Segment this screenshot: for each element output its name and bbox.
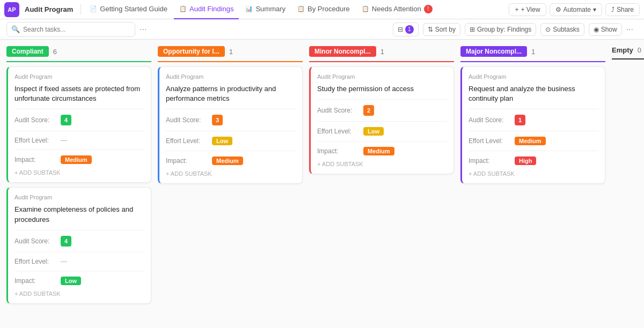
add-subtask-button[interactable]: + ADD SUBTASK <box>14 289 144 297</box>
audit-score-field: Audit Score:4 <box>14 236 144 247</box>
column-tag-major-noncompliance: Major Noncompl... <box>460 46 527 57</box>
column-label-empty: Empty <box>612 46 633 54</box>
impact-badge: Low <box>61 277 81 285</box>
tab-icon-summary: 📊 <box>245 5 253 12</box>
top-nav: AP Audit Program 📄 Getting Started Guide… <box>0 0 644 19</box>
audit-score-value: 3 <box>212 115 223 125</box>
needs-attention-badge: ! <box>424 5 433 13</box>
effort-level-label: Effort Level: <box>317 128 360 135</box>
column-tag-opportunity: Opportunity for I... <box>158 46 225 57</box>
card-program: Audit Program <box>469 73 598 80</box>
filter-badge: 1 <box>405 25 414 34</box>
search-bar[interactable]: 🔍 <box>6 22 135 37</box>
automate-icon: ⚙ <box>555 6 561 13</box>
effort-level-field: Effort Level:— <box>14 137 144 144</box>
column-tag-minor-noncompliance: Minor Noncompl... <box>309 46 376 57</box>
group-icon: ⊞ <box>470 26 475 33</box>
column-compliant: Compliant6Audit ProgramInspect if fixed … <box>6 46 151 304</box>
audit-score-field: Audit Score:1 <box>469 115 598 125</box>
eye-icon: ◉ <box>594 26 599 33</box>
chevron-down-icon: ▾ <box>593 6 596 13</box>
add-subtask-button[interactable]: + ADD SUBTASK <box>166 169 296 177</box>
column-count-minor-noncompliance: 1 <box>380 48 384 56</box>
impact-field: Impact:High <box>469 156 598 165</box>
sort-icon: ⇅ <box>428 26 433 33</box>
card-major-noncompliance-0[interactable]: Audit ProgramRequest and analyze the bus… <box>460 66 605 184</box>
effort-level-badge: Low <box>363 127 384 136</box>
impact-field: Impact:Medium <box>14 155 144 164</box>
filter-button[interactable]: ⊟ 1 <box>393 23 419 36</box>
group-by-button[interactable]: ⊞ Group by: Findings <box>465 23 536 36</box>
card-opportunity-0[interactable]: Audit ProgramAnalyze patterns in product… <box>158 66 303 184</box>
audit-score-value: 1 <box>515 115 525 125</box>
audit-score-label: Audit Score: <box>317 107 360 114</box>
effort-level-field: Effort Level:Medium <box>469 137 598 145</box>
search-icon: 🔍 <box>11 25 20 33</box>
subtasks-button[interactable]: ⊙ Subtasks <box>540 23 584 36</box>
column-count-opportunity: 1 <box>229 48 233 56</box>
extra-options-icon[interactable]: ··· <box>626 25 633 34</box>
card-minor-noncompliance-0[interactable]: Audit ProgramStudy the permission of acc… <box>309 66 454 174</box>
effort-level-dash: — <box>61 258 67 265</box>
column-header-compliant: Compliant6 <box>6 46 151 62</box>
impact-label: Impact: <box>317 147 360 155</box>
tab-icon-getting-started: 📄 <box>90 5 97 12</box>
tab-icon-audit-findings: 📋 <box>179 5 187 12</box>
column-opportunity: Opportunity for I...1Audit ProgramAnalyz… <box>158 46 303 184</box>
card-title: Inspect if fixed assets are protected fr… <box>14 84 144 103</box>
impact-label: Impact: <box>469 157 511 165</box>
filter-icon: ⊟ <box>398 26 403 33</box>
column-header-minor-noncompliance: Minor Noncompl...1 <box>309 46 454 62</box>
show-button[interactable]: ◉ Show <box>589 23 622 36</box>
impact-badge: Medium <box>363 147 394 155</box>
effort-level-label: Effort Level: <box>469 137 511 145</box>
impact-label: Impact: <box>14 156 57 163</box>
column-header-major-noncompliance: Major Noncompl...1 <box>460 46 605 62</box>
impact-badge: Medium <box>61 155 92 164</box>
card-compliant-0[interactable]: Audit ProgramInspect if fixed assets are… <box>6 66 151 183</box>
column-minor-noncompliance: Minor Noncompl...1Audit ProgramStudy the… <box>309 46 454 174</box>
card-compliant-1[interactable]: Audit ProgramExamine completeness of pol… <box>6 187 151 303</box>
more-options-icon[interactable]: ··· <box>140 25 147 34</box>
subtasks-icon: ⊙ <box>545 26 551 33</box>
view-button[interactable]: + + View <box>509 3 546 16</box>
nav-divider <box>80 4 81 15</box>
effort-level-field: Effort Level:— <box>14 258 144 265</box>
column-tag-compliant: Compliant <box>6 46 49 57</box>
audit-score-value: 2 <box>363 105 374 116</box>
audit-score-field: Audit Score:2 <box>317 105 447 116</box>
card-program: Audit Program <box>14 73 144 80</box>
effort-level-label: Effort Level: <box>166 137 209 145</box>
card-title: Request and analyze the business continu… <box>469 84 598 103</box>
audit-score-field: Audit Score:4 <box>14 115 144 125</box>
sort-button[interactable]: ⇅ Sort by <box>423 23 460 36</box>
tab-getting-started[interactable]: 📄 Getting Started Guide <box>84 0 173 19</box>
impact-badge: Medium <box>212 156 243 165</box>
audit-score-field: Audit Score:3 <box>166 115 296 125</box>
impact-label: Impact: <box>166 157 209 165</box>
automate-button[interactable]: ⚙ Automate ▾ <box>550 3 602 16</box>
tab-icon-by-procedure: 📋 <box>297 5 305 12</box>
toolbar: 🔍 ··· ⊟ 1 ⇅ Sort by ⊞ Group by: Findings… <box>0 19 644 40</box>
search-input[interactable] <box>23 26 130 33</box>
share-button[interactable]: ⤴ Share <box>605 3 640 16</box>
card-title: Examine completeness of policies and pro… <box>14 205 144 224</box>
effort-level-badge: Medium <box>515 137 546 145</box>
column-count-empty: 0 <box>638 46 641 54</box>
add-subtask-button[interactable]: + ADD SUBTASK <box>14 168 144 176</box>
tab-needs-attention[interactable]: 📋 Needs Attention ! <box>356 0 438 19</box>
tab-summary[interactable]: 📊 Summary <box>240 0 291 19</box>
effort-level-field: Effort Level:Low <box>317 127 447 136</box>
audit-score-value: 4 <box>61 236 71 247</box>
card-title: Study the permission of access <box>317 84 447 94</box>
card-program: Audit Program <box>317 73 447 80</box>
tab-audit-findings[interactable]: 📋 Audit Findings <box>174 0 239 19</box>
column-count-compliant: 6 <box>53 48 57 56</box>
audit-score-value: 4 <box>61 115 71 125</box>
add-subtask-button[interactable]: + ADD SUBTASK <box>469 169 598 177</box>
column-count-major-noncompliance: 1 <box>531 48 535 56</box>
tab-by-procedure[interactable]: 📋 By Procedure <box>292 0 355 19</box>
app-title: Audit Program <box>20 5 77 13</box>
add-subtask-button[interactable]: + ADD SUBTASK <box>317 160 447 167</box>
audit-score-label: Audit Score: <box>14 116 57 124</box>
